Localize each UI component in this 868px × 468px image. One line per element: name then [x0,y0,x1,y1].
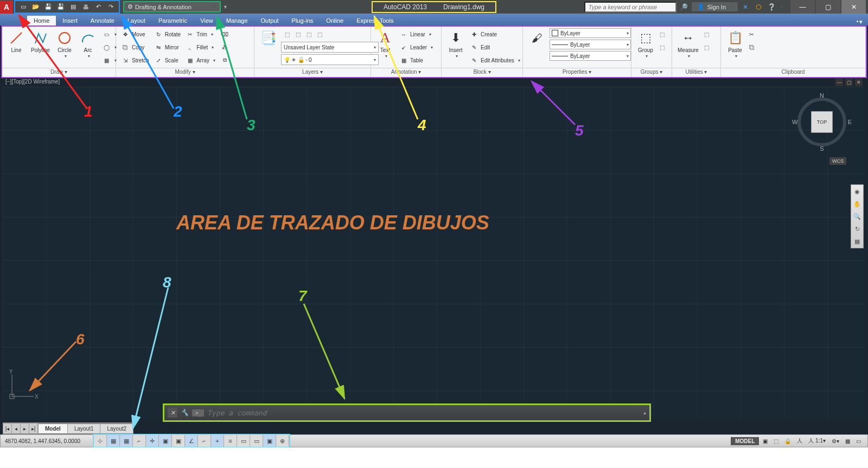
sr1-icon[interactable]: ▣ [761,435,770,446]
paste-button[interactable]: 📋Paste▾ [724,28,746,60]
tab-insert[interactable]: Insert [56,16,84,25]
layer-current-combo[interactable]: 💡☀ 🔓 ▫ 0▾ [281,54,379,65]
otrack-icon[interactable]: ∠ [185,435,198,447]
layout-model[interactable]: Model [39,424,68,433]
trim-button[interactable]: ✂Trim▾ [184,28,217,40]
panel-utilities-title[interactable]: Utilities ▾ [672,68,720,77]
sr4-icon[interactable]: 人 [795,435,805,446]
panel-properties-title[interactable]: Properties ▾ [523,68,631,77]
orbit-icon[interactable]: ↻ [852,224,862,234]
new-icon[interactable]: ▭ [17,2,29,12]
create-button[interactable]: ✚Create [468,28,522,40]
ducs-icon[interactable]: ⌐ [198,435,211,447]
table-button[interactable]: ▦Table [398,54,435,66]
undo-icon[interactable]: ↶ [92,2,104,12]
full-nav-icon[interactable]: ◉ [852,187,862,196]
scale-button[interactable]: ⤢Scale [152,54,182,66]
tab-annotate[interactable]: Annotate [84,16,121,25]
copy2-icon[interactable]: ⿻ [748,41,756,53]
app-logo[interactable]: A [0,1,13,14]
move-button[interactable]: ✥Move [119,28,151,40]
rotate-button[interactable]: ↻Rotate [152,28,182,40]
editattr-button[interactable]: ✎Edit Attributes▾ [468,54,522,66]
cmd-close-icon[interactable]: ✕ [168,408,177,418]
saveas-icon[interactable]: 💾 [55,2,67,12]
polyline-button[interactable]: Polyline [29,28,52,54]
ribbon-search-icon[interactable]: 🞄▾ [856,18,863,25]
am-icon[interactable]: ⊕ [276,435,289,447]
group-button[interactable]: ⬚Group▾ [635,28,656,60]
grid-icon[interactable]: ▦ [120,435,133,447]
cut-icon[interactable]: ✂ [748,28,756,40]
panel-clipboard-title[interactable]: Clipboard [721,68,865,77]
tab-parametric[interactable]: Parametric [152,16,194,25]
layer-state-combo[interactable]: Unsaved Layer State▾ [281,42,379,53]
open-icon[interactable]: 📂 [30,2,42,12]
zoom-icon[interactable]: 🔍 [852,211,862,221]
tpy-icon[interactable]: ▭ [237,435,250,447]
view-cube[interactable]: N S E W TOP [792,92,852,152]
3dosnap-icon[interactable]: ▣ [172,435,185,447]
array-button[interactable]: ▦Array▾ [184,54,217,66]
sr7-icon[interactable]: ▦ [843,435,852,446]
layer3-icon[interactable]: ⬚ [304,30,313,39]
panel-draw-title[interactable]: Draw ▾ [2,68,116,77]
signin-button[interactable]: 👤Sign In▾ [692,2,738,11]
maximize-button[interactable]: ▢ [816,0,840,14]
tab-online[interactable]: Online [320,16,350,25]
snap-icon[interactable]: ▦ [107,435,120,447]
tab-layout[interactable]: Layout [121,16,152,25]
sr3-icon[interactable]: 🔒 [782,435,793,446]
layout-1[interactable]: Layout1 [68,424,101,433]
layer-icon[interactable]: ⬚ [283,30,291,39]
pan-icon[interactable]: ✋ [852,199,862,209]
vp-max-icon[interactable]: ▢ [845,79,853,86]
panel-groups-title[interactable]: Groups ▾ [631,68,672,77]
sr6-icon[interactable]: ⚙▾ [829,435,841,446]
sr5-icon[interactable]: 人 1:1▾ [806,435,828,446]
edit-button[interactable]: ✎Edit [468,41,522,53]
wcs-label[interactable]: WCS [829,157,846,165]
group-icon[interactable]: ⬚ [658,28,666,40]
leader-button[interactable]: ↙Leader▾ [398,41,435,53]
print-icon[interactable]: 🖶 [80,2,92,12]
viewport-label[interactable]: [−][Top][2D Wireframe] [5,79,60,85]
model-indicator[interactable]: MODEL [731,437,759,445]
color-combo[interactable]: ByLayer▾ [550,28,631,38]
copy-button[interactable]: ⿻Copy [119,41,151,53]
show-icon[interactable]: ▦ [852,236,862,246]
panel-block-title[interactable]: Block ▾ [442,68,522,77]
polar-icon[interactable]: ✛ [146,435,159,447]
tab-output[interactable]: Output [254,16,285,25]
save-icon[interactable]: 💾 [42,2,54,12]
drawing-area[interactable]: AREA DE TRAZADO DE DIBUJOS [3,87,865,419]
measure-button[interactable]: ↔Measure▾ [675,28,701,60]
ortho-icon[interactable]: ⌐ [133,435,146,447]
close-button[interactable]: ✕ [841,0,866,14]
util-icon[interactable]: ⬚ [703,28,711,40]
tab-view[interactable]: View [194,16,220,25]
matchprops-button[interactable]: 🖌 [526,28,548,48]
layer4-icon[interactable]: ⬚ [315,30,324,39]
sr8-icon[interactable]: ▭ [854,435,863,446]
redo-icon[interactable]: ↷ [105,2,117,12]
lt-next-icon[interactable]: ▸ [21,424,29,433]
text-button[interactable]: AText▾ [374,28,396,60]
arc-button[interactable]: Arc▾ [77,28,99,60]
search-binoculars-icon[interactable]: 🔎 [679,2,690,12]
minimize-button[interactable]: — [790,0,815,14]
layer2-icon[interactable]: ⬚ [293,30,302,39]
search-input[interactable] [584,2,676,12]
explode-icon[interactable]: ⁂ [219,41,231,53]
lt-prev-icon[interactable]: ◂ [12,424,21,433]
fillet-button[interactable]: ◟Fillet▾ [184,41,217,53]
sc-icon[interactable]: ▣ [263,435,276,447]
erase-icon[interactable]: ⌫ [219,28,231,40]
linetype-combo[interactable]: ByLayer▾ [550,51,631,61]
command-input[interactable] [207,409,640,417]
layer-props-button[interactable]: 📑 [258,28,279,48]
exchange-icon[interactable]: ✕ [740,2,751,12]
vp-min-icon[interactable]: — [835,79,843,86]
stretch-button[interactable]: ⇲Stretch [119,54,151,66]
util2-icon[interactable]: ⬚ [703,41,711,53]
